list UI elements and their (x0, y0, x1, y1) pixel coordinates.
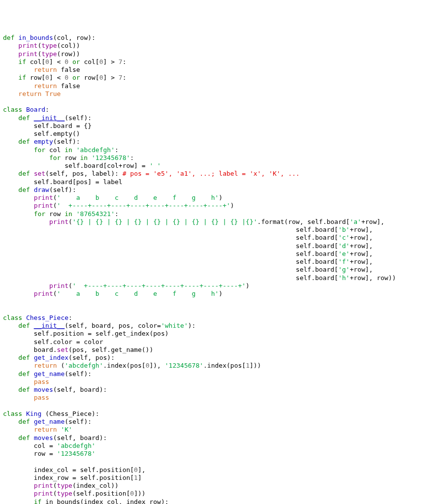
code-token: row[ (26, 74, 45, 81)
code-token: set (34, 170, 45, 177)
code-token: .index(pos[ (103, 362, 146, 369)
code-token: ( (53, 490, 57, 497)
code-token: return (18, 90, 41, 97)
code-token (3, 498, 34, 504)
code-token: : (68, 314, 72, 321)
code-token: false (57, 66, 80, 73)
code-token: col (45, 146, 64, 154)
code-line: def in_bounds(col, row): (3, 34, 445, 42)
code-token: +row], row)) (350, 274, 396, 282)
code-line: pass (3, 394, 445, 402)
code-token: get_name (34, 418, 65, 425)
code-line: self.board['d'+row], (3, 242, 445, 250)
code-token: def (18, 386, 33, 393)
code-token: : (115, 146, 119, 154)
code-token: : (130, 154, 134, 161)
code-token: in (64, 210, 72, 218)
code-token: col[ (26, 58, 45, 65)
code-token: print (18, 42, 37, 49)
code-line: index_row = self.position[1] (3, 474, 445, 482)
code-token: get_name (34, 370, 65, 378)
code-token: 'K' (61, 426, 72, 433)
code-token: ] < (49, 74, 64, 81)
code-line: print(type(col)) (3, 42, 445, 50)
code-token: (Chess_Piece): (41, 410, 99, 417)
code-token: : (123, 58, 127, 65)
code-token (72, 210, 76, 218)
code-token: return (34, 66, 57, 73)
code-token: type (57, 482, 72, 489)
code-line: print(type(index_col)) (3, 482, 445, 490)
code-token: ' +----+----+----+----+----+----+----+--… (57, 202, 230, 209)
code-line: row = '12345678' (3, 450, 445, 458)
code-token: __init__ (34, 114, 65, 122)
code-token: Chess_Piece (26, 314, 68, 321)
code-token: ) (246, 282, 250, 289)
code-token: 'abcdefgh' (76, 146, 115, 154)
code-line: board.set(pos, self.get_name()) (3, 346, 445, 354)
code-token: def (18, 138, 33, 145)
code-line: self.empty() (3, 130, 445, 138)
code-token (72, 146, 76, 154)
code-token: empty (34, 138, 53, 145)
code-token (3, 58, 18, 65)
code-token: ], (138, 466, 146, 473)
code-token: 'abcdefgh' (64, 362, 103, 369)
code-token: false (57, 82, 80, 90)
code-token (3, 66, 34, 73)
code-token: 1 (134, 474, 138, 481)
code-token (3, 218, 49, 225)
code-token: self.board[col+row] = (3, 162, 149, 169)
code-token: self.board[ (3, 274, 338, 282)
code-token: def (18, 434, 33, 441)
code-token: self.board = {} (3, 122, 92, 129)
code-token: print (49, 282, 68, 289)
code-line: if row[0] < 0 or row[0] > 7: (3, 74, 445, 82)
code-token: type (57, 490, 72, 497)
code-token (3, 154, 49, 161)
code-token: ( (57, 362, 65, 369)
code-token: 'd' (338, 242, 350, 250)
code-line: print(' a b c d e f g h') (3, 194, 445, 202)
code-line: self.board['f'+row], (3, 258, 445, 266)
code-token: def (18, 418, 33, 425)
code-token (3, 210, 34, 218)
code-token: (self, pos, label): (45, 170, 123, 177)
code-token (3, 386, 18, 393)
code-token: True (45, 90, 61, 97)
code-token: def (18, 186, 33, 193)
code-token: +row], (350, 234, 373, 241)
code-token: row (45, 210, 64, 218)
code-token: ' a b c d e f g h' (57, 290, 219, 297)
code-token (3, 74, 18, 81)
code-line: self.color = color (3, 338, 445, 346)
code-line: print('{} | {} | {} | {} | {} | {} | {} … (3, 218, 445, 226)
code-line: self.board['g'+row], (3, 266, 445, 274)
code-token: ) (219, 290, 223, 297)
code-token: if (18, 58, 26, 65)
code-token: 0 (99, 74, 103, 81)
code-token: +row], (350, 242, 373, 250)
code-line (3, 402, 445, 410)
code-token (3, 50, 18, 58)
code-token: 1 (246, 362, 250, 369)
code-line: def get_index(self, pos): (3, 354, 445, 362)
code-line: col = 'abcdefgh' (3, 442, 445, 450)
code-token: (self): (64, 370, 92, 378)
code-line (3, 298, 445, 306)
code-token: ])) (134, 490, 145, 497)
code-token: self.board[ (3, 258, 338, 265)
code-token: moves (34, 386, 53, 393)
code-line: class Chess_Piece: (3, 314, 445, 322)
code-token: self.board[ (3, 234, 338, 241)
code-line (3, 458, 445, 466)
code-line: self.board['b'+row], (3, 226, 445, 234)
code-token: ]), (149, 362, 164, 369)
code-token: print (34, 490, 53, 497)
code-token (3, 282, 49, 289)
code-token: row (61, 154, 80, 161)
code-line: def empty(self): (3, 138, 445, 146)
code-token: draw (34, 186, 49, 193)
code-line: def draw(self): (3, 186, 445, 194)
code-token: ] (138, 474, 142, 481)
